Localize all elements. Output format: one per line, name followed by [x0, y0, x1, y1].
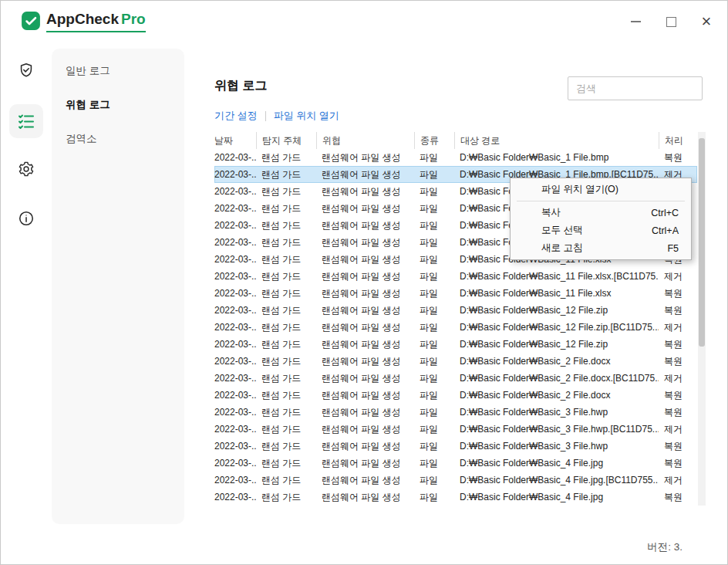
cell-path: D:₩Basic Folder₩Basic_1 File.bmp	[454, 149, 659, 166]
close-button[interactable]: ×	[698, 13, 715, 30]
table-row[interactable]: 2022-03-...랜섬 가드랜섬웨어 파일 생성파일D:₩Basic Fol…	[214, 353, 697, 370]
cell-date: 2022-03-...	[214, 234, 256, 251]
table-row[interactable]: 2022-03-...랜섬 가드랜섬웨어 파일 생성파일D:₩Basic Fol…	[214, 149, 697, 166]
shield-check-icon	[18, 62, 35, 79]
cell-threat: 랜섬웨어 파일 생성	[316, 472, 414, 489]
table-row[interactable]: 2022-03-...랜섬 가드랜섬웨어 파일 생성파일D:₩Basic Fol…	[214, 404, 697, 421]
nav-item[interactable]: 일반 로그	[52, 59, 184, 83]
cell-path: D:₩Basic Folder₩Basic_4 File.jpg.[BC11D7…	[454, 472, 659, 489]
cell-path: D:₩Basic Folder₩Basic_2 File.docx	[454, 353, 659, 370]
cell-date: 2022-03-...	[214, 183, 256, 200]
minimize-icon	[631, 21, 641, 22]
table-scrollbar[interactable]	[698, 132, 706, 506]
cell-date: 2022-03-...	[214, 217, 256, 234]
cell-date: 2022-03-...	[214, 489, 256, 506]
sidebar-item-settings[interactable]	[9, 152, 43, 186]
table-row[interactable]: 2022-03-...랜섬 가드랜섬웨어 파일 생성파일D:₩Basic Fol…	[214, 336, 697, 353]
link-period-setting[interactable]: 기간 설정	[214, 109, 258, 123]
close-icon: ×	[702, 13, 712, 30]
cell-action: 복원	[659, 302, 697, 319]
minimize-button[interactable]	[627, 13, 644, 30]
table-row[interactable]: 2022-03-...랜섬 가드랜섬웨어 파일 생성파일D:₩Basic Fol…	[214, 302, 697, 319]
cell-threat: 랜섬웨어 파일 생성	[316, 421, 414, 438]
gear-icon	[18, 161, 35, 178]
search-input[interactable]	[568, 76, 703, 100]
cell-action: 제거	[659, 421, 697, 438]
cell-path: D:₩Basic Folder₩Basic_4 File.jpg	[454, 455, 659, 472]
cell-type: 파일	[414, 438, 454, 455]
nav-item[interactable]: 위협 로그	[52, 93, 184, 117]
cell-action: 복원	[659, 336, 697, 353]
cell-date: 2022-03-...	[214, 200, 256, 217]
cell-subject: 랜섬 가드	[256, 302, 316, 319]
cell-threat: 랜섬웨어 파일 생성	[316, 370, 414, 387]
cell-type: 파일	[414, 234, 454, 251]
cell-threat: 랜섬웨어 파일 생성	[316, 319, 414, 336]
cell-date: 2022-03-...	[214, 472, 256, 489]
sidebar-item-logs[interactable]	[9, 104, 43, 138]
menu-item-shortcut: Ctrl+A	[652, 225, 679, 236]
cell-threat: 랜섬웨어 파일 생성	[316, 166, 414, 183]
cell-type: 파일	[414, 183, 454, 200]
menu-item-shortcut: Ctrl+C	[651, 208, 679, 218]
cell-subject: 랜섬 가드	[256, 353, 316, 370]
cell-action: 제거	[659, 268, 697, 285]
cell-action: 복원	[659, 404, 697, 421]
cell-path: D:₩Basic Folder₩Basic_12 File.zip	[454, 336, 659, 353]
cell-type: 파일	[414, 319, 454, 336]
sidebar-item-info[interactable]	[9, 201, 43, 235]
cell-subject: 랜섬 가드	[256, 200, 316, 217]
link-open-file-location[interactable]: 파일 위치 열기	[274, 109, 339, 123]
cell-threat: 랜섬웨어 파일 생성	[316, 353, 414, 370]
nav-item[interactable]: 검역소	[52, 127, 184, 151]
context-menu-item[interactable]: 복사Ctrl+C	[511, 204, 691, 222]
cell-path: D:₩Basic Folder₩Basic_11 File.xlsx.[BC11…	[454, 268, 659, 285]
cell-threat: 랜섬웨어 파일 생성	[316, 149, 414, 166]
cell-date: 2022-03-...	[214, 285, 256, 302]
cell-date: 2022-03-...	[214, 421, 256, 438]
sidebar-item-protection[interactable]	[9, 53, 43, 87]
toolbar-links: 기간 설정 파일 위치 열기	[214, 109, 339, 123]
table-row[interactable]: 2022-03-...랜섬 가드랜섬웨어 파일 생성파일D:₩Basic Fol…	[214, 438, 697, 455]
cell-path: D:₩Basic Folder₩Basic_2 File.docx	[454, 387, 659, 404]
table-row[interactable]: 2022-03-...랜섬 가드랜섬웨어 파일 생성파일D:₩Basic Fol…	[214, 472, 697, 489]
table-row[interactable]: 2022-03-...랜섬 가드랜섬웨어 파일 생성파일D:₩Basic Fol…	[214, 421, 697, 438]
cell-subject: 랜섬 가드	[256, 319, 316, 336]
column-header-date[interactable]: 날짜	[214, 132, 256, 149]
cell-subject: 랜섬 가드	[256, 404, 316, 421]
cell-type: 파일	[414, 200, 454, 217]
cell-subject: 랜섬 가드	[256, 336, 316, 353]
cell-subject: 랜섬 가드	[256, 370, 316, 387]
table-row[interactable]: 2022-03-...랜섬 가드랜섬웨어 파일 생성파일D:₩Basic Fol…	[214, 455, 697, 472]
column-header-path[interactable]: 대상 경로	[454, 132, 659, 149]
context-menu-item[interactable]: 파일 위치 열기(O)	[511, 181, 691, 198]
table-row[interactable]: 2022-03-...랜섬 가드랜섬웨어 파일 생성파일D:₩Basic Fol…	[214, 387, 697, 404]
scrollbar-thumb[interactable]	[699, 138, 705, 347]
cell-subject: 랜섬 가드	[256, 489, 316, 506]
table-row[interactable]: 2022-03-...랜섬 가드랜섬웨어 파일 생성파일D:₩Basic Fol…	[214, 319, 697, 336]
brand-suffix: Pro	[121, 11, 146, 27]
cell-subject: 랜섬 가드	[256, 387, 316, 404]
info-icon	[18, 210, 35, 227]
column-header-action[interactable]: 처리	[659, 132, 697, 149]
table-row[interactable]: 2022-03-...랜섬 가드랜섬웨어 파일 생성파일D:₩Basic Fol…	[214, 489, 697, 506]
cell-subject: 랜섬 가드	[256, 251, 316, 268]
table-row[interactable]: 2022-03-...랜섬 가드랜섬웨어 파일 생성파일D:₩Basic Fol…	[214, 370, 697, 387]
maximize-button[interactable]	[662, 13, 679, 30]
maximize-icon	[666, 17, 676, 27]
column-header-type[interactable]: 종류	[414, 132, 454, 149]
cell-date: 2022-03-...	[214, 336, 256, 353]
context-menu-item[interactable]: 새로 고침F5	[511, 239, 691, 257]
nav-panel: 일반 로그위협 로그검역소	[52, 49, 184, 524]
cell-threat: 랜섬웨어 파일 생성	[316, 268, 414, 285]
table-row[interactable]: 2022-03-...랜섬 가드랜섬웨어 파일 생성파일D:₩Basic Fol…	[214, 285, 697, 302]
column-header-threat[interactable]: 위협	[316, 132, 414, 149]
table-row[interactable]: 2022-03-...랜섬 가드랜섬웨어 파일 생성파일D:₩Basic Fol…	[214, 268, 697, 285]
main-panel: 위협 로그 기간 설정 파일 위치 열기 날짜탐지 주체위협종류대상 경로처리 …	[201, 49, 707, 524]
cell-subject: 랜섬 가드	[256, 183, 316, 200]
context-menu-item[interactable]: 모두 선택Ctrl+A	[511, 222, 691, 239]
cell-type: 파일	[414, 149, 454, 166]
cell-action: 제거	[659, 319, 697, 336]
column-header-subject[interactable]: 탐지 주체	[256, 132, 316, 149]
links-divider	[265, 111, 266, 121]
